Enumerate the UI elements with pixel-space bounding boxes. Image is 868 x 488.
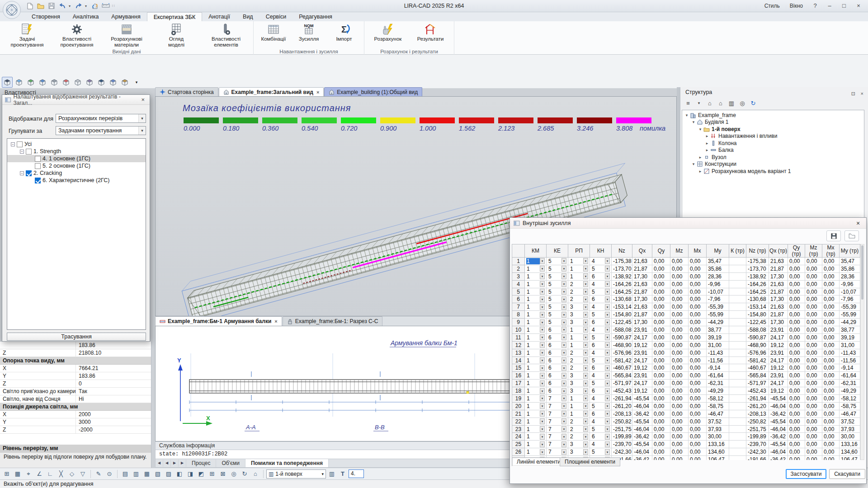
kn-combo[interactable]: 6▾ (590, 296, 612, 303)
property-row[interactable]: Світло, наче від СонцяНі (0, 395, 151, 403)
chevron-down-icon[interactable]: ▾ (540, 426, 545, 432)
ke-combo[interactable]: 6▾ (547, 357, 568, 364)
ribbon-button-комбінації[interactable]: Комбінації (256, 22, 291, 47)
km-combo[interactable]: 1▾ (525, 341, 547, 349)
ribbon-button-властивості-проектування[interactable]: Властивостіпроектування (52, 22, 101, 47)
chevron-down-icon[interactable]: ▾ (540, 403, 545, 409)
chevron-down-icon[interactable]: ▾ (605, 449, 610, 455)
row-number[interactable]: 5 (512, 288, 525, 296)
property-value[interactable]: 0 (76, 380, 151, 387)
rp-combo[interactable]: 3▾ (568, 372, 590, 380)
rp-combo[interactable]: 2▾ (568, 418, 590, 425)
km-combo[interactable]: 1▾ (525, 319, 547, 326)
rp-combo[interactable]: 1▾ (568, 395, 590, 403)
column-header-Qy (тр)[interactable]: Qy (тр) (788, 244, 805, 258)
check-node-1-strength[interactable]: −1. Strength (7, 148, 146, 155)
chevron-down-icon[interactable]: ▾ (605, 350, 610, 356)
undo-icon[interactable] (58, 1, 67, 10)
chevron-down-icon[interactable]: ▾ (605, 365, 610, 371)
kn-combo[interactable]: 4▾ (590, 418, 612, 425)
km-combo[interactable]: 1▾ (525, 441, 547, 448)
group-by-combo[interactable]: Задачами проектування ▾ (56, 126, 146, 135)
row-number[interactable]: 13 (512, 349, 525, 357)
rp-combo[interactable]: 1▾ (568, 341, 590, 349)
ribbon-button-задачі-проектування[interactable]: Задачіпроектування (3, 22, 52, 47)
chevron-down-icon[interactable]: ▾ (583, 411, 588, 417)
chevron-down-icon[interactable]: ▾ (540, 304, 545, 310)
snap-node-icon[interactable]: ◇ (67, 469, 77, 479)
zoom-select-mode[interactable] (96, 77, 107, 88)
chevron-down-icon[interactable]: ▾ (583, 434, 588, 440)
row-number[interactable]: 22 (512, 418, 525, 425)
house-view-icon[interactable]: ⌂ (716, 99, 725, 108)
property-row[interactable]: Z-2000 (0, 426, 151, 434)
chevron-down-icon[interactable]: ▾ (583, 304, 588, 310)
row-number[interactable]: 24 (512, 433, 525, 441)
ke-combo[interactable]: 6▾ (547, 364, 568, 372)
rp-combo[interactable]: 2▾ (568, 288, 590, 296)
chevron-down-icon[interactable]: ▾ (583, 312, 588, 318)
km-combo[interactable]: 1▾ (525, 326, 547, 334)
save-table-icon[interactable] (826, 230, 841, 241)
chevron-down-icon[interactable]: ▾ (561, 426, 566, 432)
menu-window[interactable]: Вікно (785, 0, 807, 12)
chevron-down-icon[interactable]: ▾ (605, 312, 610, 318)
chevron-down-icon[interactable]: ▾ (561, 411, 566, 417)
nav-first-icon[interactable]: ◀ (156, 460, 163, 467)
ribbon-tab-сервіси[interactable]: Сервіси (259, 12, 293, 21)
kn-combo[interactable]: 6▾ (590, 319, 612, 326)
service-tab-об-єми[interactable]: Об'єми (216, 459, 245, 467)
chevron-down-icon[interactable]: ▾ (540, 342, 545, 348)
row-number[interactable]: 12 (512, 341, 525, 349)
checkbox[interactable] (35, 156, 41, 162)
column-header-Nz[interactable]: Nz (612, 244, 632, 258)
property-value[interactable]: Ні (76, 395, 151, 403)
kn-combo[interactable]: 4▾ (590, 258, 612, 265)
km-combo[interactable]: 1▾ (525, 311, 547, 319)
chevron-down-icon[interactable]: ▾ (605, 289, 610, 295)
kn-combo[interactable]: 4▾ (590, 441, 612, 448)
structure-node-розрахункова-модель-варіант-1[interactable]: ▸Розрахункова модель варіант 1 (682, 168, 864, 175)
chevron-down-icon[interactable]: ▾ (540, 434, 545, 440)
chevron-down-icon[interactable]: ▾ (605, 266, 610, 272)
column-header-row-number[interactable] (512, 244, 525, 258)
column-header-Mz[interactable]: Mz (670, 244, 689, 258)
hatch-back-icon[interactable]: ▨ (164, 469, 174, 479)
row-number[interactable]: 2 (512, 265, 525, 272)
chevron-right-icon[interactable]: ▸ (704, 148, 710, 152)
column-header-Mz (тр)[interactable]: Mz (тр) (805, 244, 822, 258)
select-transparent-mode[interactable] (14, 77, 24, 88)
redo-icon[interactable] (74, 1, 83, 10)
cancel-button[interactable]: Скасувати (829, 469, 865, 479)
chevron-down-icon[interactable]: ▾ (583, 373, 588, 379)
tab-example-building-1-общий-вид[interactable]: Example_building (1):Общий вид (324, 87, 422, 96)
structure-node-колона[interactable]: ▸Колона (682, 140, 864, 147)
chevron-down-icon[interactable]: ▾ (561, 281, 566, 287)
redo-dropdown-icon[interactable]: ▾ (85, 4, 89, 8)
ke-combo[interactable]: 5▾ (547, 280, 568, 288)
column-header-My[interactable]: My (707, 244, 729, 258)
chevron-down-icon[interactable]: ▾ (605, 441, 610, 447)
structure-node-будівля-1[interactable]: ▾Будівля 1 (682, 119, 864, 126)
structure-node-балка[interactable]: ▸Балка (682, 147, 864, 154)
chevron-down-icon[interactable]: ▾ (540, 334, 545, 340)
property-value[interactable]: 183.86 (76, 342, 151, 349)
nav-last-icon[interactable]: ▶ (179, 460, 186, 467)
chevron-down-icon[interactable]: ▾ (540, 319, 545, 325)
property-row[interactable]: Світло прив'язано до камериТак (0, 388, 151, 395)
house-add-icon[interactable]: ⌂ (705, 99, 714, 108)
structure-node-навантаження-і-впливи[interactable]: ▸Навантаження і впливи (682, 133, 864, 140)
ke-combo[interactable]: 7▾ (547, 410, 568, 418)
row-number[interactable]: 10 (512, 326, 525, 334)
chevron-down-icon[interactable]: ▾ (605, 395, 610, 401)
forces-tab-linear[interactable]: Линійні елементи (512, 457, 566, 466)
rp-combo[interactable]: 3▾ (568, 448, 590, 456)
property-value[interactable]: 2000 (76, 411, 151, 418)
select-green-face-mode[interactable] (25, 77, 36, 88)
chevron-down-icon[interactable]: ▾ (583, 395, 588, 401)
select-frame-mode[interactable] (108, 77, 118, 88)
chevron-down-icon[interactable]: ▾ (561, 418, 566, 424)
chevron-right-icon[interactable]: ▸ (704, 141, 710, 145)
property-value[interactable]: Так (76, 388, 151, 395)
kn-combo[interactable]: 5▾ (590, 380, 612, 387)
